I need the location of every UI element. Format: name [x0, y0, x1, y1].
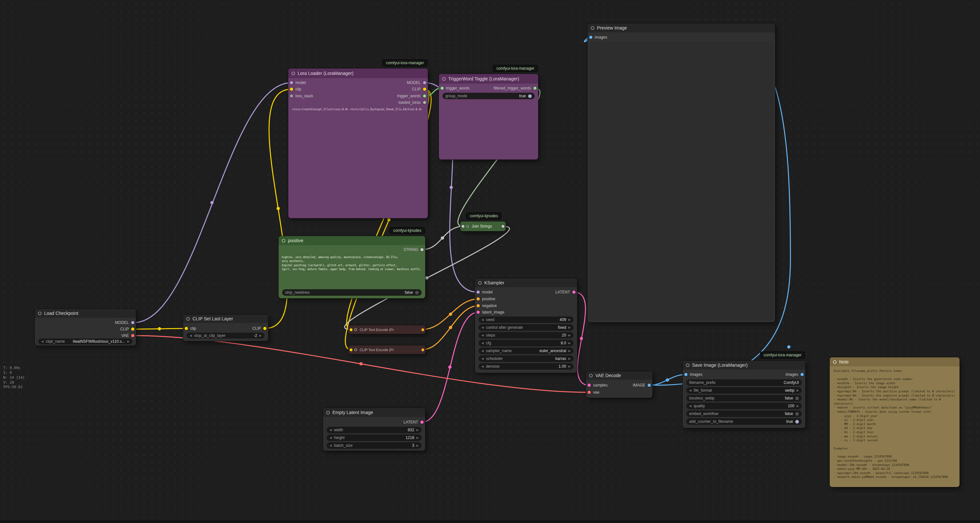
decrement-arrow-icon[interactable]: ◀	[481, 334, 484, 337]
slot-model-input[interactable]: model	[477, 289, 493, 295]
increment-arrow-icon[interactable]: ▶	[568, 341, 571, 345]
toggle-on-icon[interactable]	[795, 420, 799, 423]
collapsed-output-dot[interactable]	[501, 225, 504, 228]
slot-clip-input[interactable]: clip	[290, 86, 301, 92]
collapse-toggle-icon[interactable]	[589, 374, 593, 377]
node-vae-decode[interactable]: VAE Decode samples vae IMAGE	[586, 371, 652, 398]
node-clip-text-encode-negative[interactable]: CLIP Text Encode (Pr	[348, 345, 426, 354]
node-title-bar[interactable]: Empty Latent Image	[323, 408, 425, 417]
denoise-widget[interactable]: ◀ denoise 1.00 ▶	[479, 363, 574, 369]
collapse-toggle-icon[interactable]	[326, 411, 330, 414]
embed-workflow-toggle-widget[interactable]: embed_workflow false	[686, 410, 802, 417]
steps-widget[interactable]: ◀ steps 20 ▶	[479, 332, 574, 339]
node-triggerword-toggle[interactable]: comfyui-lora-manager TriggerWord Toggle …	[439, 74, 538, 160]
slot-lora-stack-input[interactable]: lora_stack	[290, 93, 313, 99]
cfg-widget[interactable]: ◀ cfg 8.0 ▶	[479, 340, 574, 346]
slot-trigger-words-output[interactable]: trigger_words	[397, 93, 426, 99]
node-clip-text-encode-positive[interactable]: CLIP Text Encode (Pr	[348, 325, 426, 334]
model-slot-dot[interactable]	[423, 81, 426, 84]
decrement-arrow-icon[interactable]: ◀	[41, 340, 43, 343]
node-join-strings[interactable]: comfyui-kjnodes Join Strings	[460, 222, 506, 231]
toggle-off-icon[interactable]	[795, 412, 799, 416]
ckpt-name-widget[interactable]: ◀ ckpt_name ilwaiNSFWIllustrious_v110.s.…	[38, 339, 132, 344]
slot-images-output[interactable]: images	[786, 371, 804, 378]
stop-at-clip-layer-widget[interactable]: ◀ stop_at_clip_layer -2 ▶	[187, 333, 264, 339]
quality-widget[interactable]: ◀ quality 100 ▶	[686, 403, 802, 409]
toggle-off-icon[interactable]	[795, 396, 799, 400]
seed-widget[interactable]: ◀ seed 409 ▶	[479, 317, 574, 323]
loaded-loras-slot-dot[interactable]	[423, 101, 426, 104]
increment-arrow-icon[interactable]: ▶	[797, 404, 799, 407]
node-title-bar[interactable]: positive	[278, 236, 425, 245]
node-clip-set-last-layer[interactable]: CLIP Set Last Layer clip CLIP ◀ stop_at_…	[183, 314, 268, 341]
slot-string-output[interactable]: STRING	[404, 246, 424, 253]
slot-loaded-loras-output[interactable]: loaded_loras	[398, 99, 426, 106]
increment-arrow-icon[interactable]: ▶	[797, 389, 799, 392]
slot-latent-output[interactable]: LATENT	[404, 419, 424, 425]
clip-slot-dot[interactable]	[423, 87, 426, 91]
slot-latent-image-input[interactable]: latent_image	[477, 309, 504, 315]
node-title-bar[interactable]: CLIP Set Last Layer	[183, 314, 268, 323]
decrement-arrow-icon[interactable]: ◀	[189, 334, 192, 337]
increment-arrow-icon[interactable]: ▶	[568, 357, 571, 360]
increment-arrow-icon[interactable]: ▶	[127, 340, 129, 343]
image-slot-dot[interactable]	[800, 373, 804, 376]
increment-arrow-icon[interactable]: ▶	[568, 365, 571, 368]
decrement-arrow-icon[interactable]: ◀	[329, 428, 332, 431]
model-slot-dot[interactable]	[290, 81, 293, 84]
node-title-bar[interactable]: Note	[830, 357, 959, 366]
vae-slot-dot[interactable]	[587, 391, 591, 394]
clip-slot-dot[interactable]	[131, 328, 134, 331]
collapsed-input-dot[interactable]	[350, 348, 353, 351]
latent-slot-dot[interactable]	[587, 384, 591, 387]
decrement-ar Row-icon[interactable]: ◀	[689, 389, 691, 392]
collapse-toggle-icon[interactable]	[833, 360, 837, 364]
node-title-bar[interactable]: Preview Image	[587, 23, 775, 32]
slot-trigger-words-input[interactable]: trigger_words	[441, 85, 470, 92]
collapse-toggle-icon[interactable]	[291, 72, 295, 75]
collapsed-input-dot[interactable]	[350, 328, 353, 331]
increment-arrow-icon[interactable]: ▶	[568, 349, 571, 352]
collapsed-output-dot[interactable]	[422, 348, 424, 351]
collapse-toggle-icon[interactable]	[354, 348, 357, 351]
height-widget[interactable]: ◀ height 1216 ▶	[326, 434, 422, 441]
lora-stack-slot-dot[interactable]	[290, 94, 293, 98]
node-save-image[interactable]: comfyui-lora-manager Save Image (LoraMan…	[682, 361, 805, 428]
slot-model-input[interactable]: model	[290, 79, 306, 86]
collapse-toggle-icon[interactable]	[466, 225, 469, 228]
group-mode-toggle-widget[interactable]: group_mode true	[442, 93, 535, 99]
node-title-bar[interactable]: Lora Loader (LoraManager)	[288, 68, 428, 78]
collapse-toggle-icon[interactable]	[478, 281, 482, 285]
control-after-generate-widget[interactable]: ◀ control after generate fixed ▶	[479, 324, 574, 331]
collapsed-output-dot[interactable]	[422, 328, 424, 331]
slot-model-output[interactable]: MODEL	[407, 79, 426, 86]
toggle-on-icon[interactable]	[528, 94, 532, 98]
conditioning-slot-dot[interactable]	[477, 304, 480, 307]
decrement-arrow-icon[interactable]: ◀	[481, 357, 484, 360]
decrement-arrow-icon[interactable]: ◀	[689, 404, 691, 407]
collapse-toggle-icon[interactable]	[282, 239, 285, 242]
string-slot-dot[interactable]	[420, 248, 424, 251]
slot-clip-output[interactable]: CLIP	[120, 326, 134, 332]
latent-slot-dot[interactable]	[420, 420, 424, 424]
node-title-bar[interactable]: TriggerWord Toggle (LoraManager)	[439, 74, 538, 84]
clip-slot-dot[interactable]	[290, 87, 293, 91]
node-title-bar[interactable]: Load Checkpoint	[35, 309, 136, 318]
lora-syntax-text[interactable]: <lora:CreateConcept_Illustrious:0.8> <lo…	[292, 108, 424, 111]
slot-positive-input[interactable]: positive	[477, 296, 495, 302]
prompt-textarea[interactable]: highres, very detailed, amazing quality,…	[282, 255, 422, 272]
collapse-toggle-icon[interactable]	[186, 317, 190, 321]
latent-slot-dot[interactable]	[477, 311, 480, 314]
file-format-widget[interactable]: ◀ file_format webp ▶	[686, 387, 802, 394]
slot-vae-input[interactable]: vae	[587, 389, 599, 396]
node-title-bar[interactable]: KSampler	[475, 278, 577, 287]
conditioning-slot-dot[interactable]	[477, 297, 480, 301]
node-load-checkpoint[interactable]: Load Checkpoint MODEL CLIP VAE ◀ ckpt_na…	[35, 309, 136, 345]
sampler-name-widget[interactable]: ◀ sampler_name euler_ancestral ▶	[479, 347, 574, 354]
slot-latent-output[interactable]: LATENT	[555, 289, 576, 295]
image-slot-dot[interactable]	[684, 373, 687, 376]
decrement-arrow-icon[interactable]: ◀	[329, 444, 332, 447]
collapsed-input-dot[interactable]	[461, 225, 465, 228]
slot-image-output[interactable]: IMAGE	[633, 382, 651, 388]
node-empty-latent-image[interactable]: Empty Latent Image LATENT ◀ width 832 ▶ …	[323, 408, 425, 451]
